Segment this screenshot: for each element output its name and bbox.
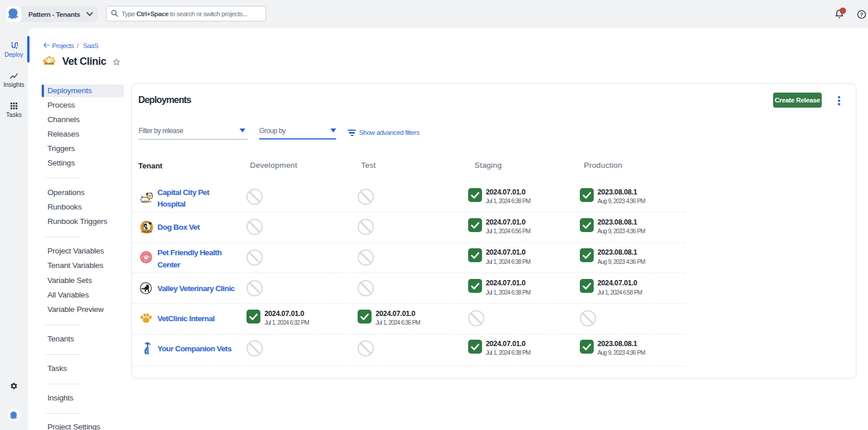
svg-text:DOG BOX: DOG BOX	[142, 231, 152, 233]
svg-text:Vet Clinic: Vet Clinic	[45, 63, 54, 65]
svg-text:?: ?	[860, 12, 863, 17]
